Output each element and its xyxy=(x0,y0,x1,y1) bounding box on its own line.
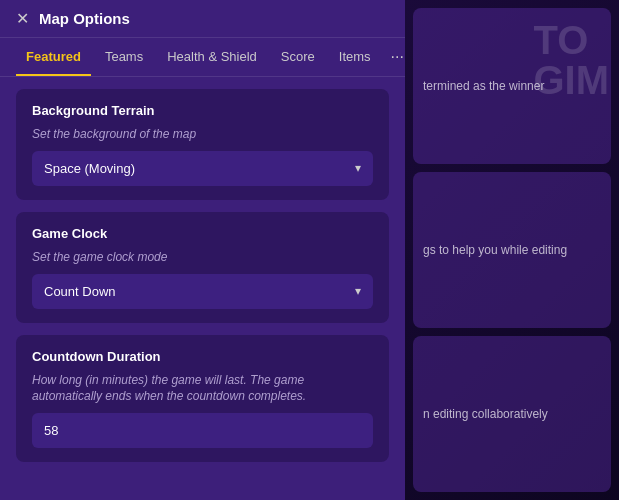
game-clock-label: Game Clock xyxy=(32,226,373,241)
bg-card-1-text: termined as the winner xyxy=(423,79,544,93)
countdown-duration-input[interactable] xyxy=(32,413,373,448)
tab-teams[interactable]: Teams xyxy=(95,39,153,76)
bg-card-3-text: n editing collaboratively xyxy=(423,407,548,421)
game-clock-select[interactable]: Count Down Count Up None xyxy=(32,274,373,309)
tab-featured[interactable]: Featured xyxy=(16,39,91,76)
background-terrain-card: Background Terrain Set the background of… xyxy=(16,89,389,200)
bg-card-2-text: gs to help you while editing xyxy=(423,243,567,257)
bg-card-2: gs to help you while editing xyxy=(413,172,611,328)
game-clock-description: Set the game clock mode xyxy=(32,249,373,266)
panel-title: Map Options xyxy=(39,10,130,27)
tabs-bar: Featured Teams Health & Shield Score Ite… xyxy=(0,38,405,77)
map-options-panel: ✕ Map Options Featured Teams Health & Sh… xyxy=(0,0,405,500)
background-terrain-select[interactable]: Space (Moving) Space (Static) None Fores… xyxy=(32,151,373,186)
overlay-text: TO GIM xyxy=(533,20,609,100)
background-terrain-select-wrapper: Space (Moving) Space (Static) None Fores… xyxy=(32,151,373,186)
close-icon[interactable]: ✕ xyxy=(16,11,29,27)
game-clock-select-wrapper: Count Down Count Up None ▾ xyxy=(32,274,373,309)
bg-card-3: n editing collaboratively xyxy=(413,336,611,492)
background-terrain-description: Set the background of the map xyxy=(32,126,373,143)
tab-more-button[interactable]: ··· xyxy=(385,38,405,76)
countdown-duration-label: Countdown Duration xyxy=(32,349,373,364)
countdown-duration-card: Countdown Duration How long (in minutes)… xyxy=(16,335,389,463)
countdown-duration-description: How long (in minutes) the game will last… xyxy=(32,372,373,406)
tab-health-shield[interactable]: Health & Shield xyxy=(157,39,267,76)
tab-items[interactable]: Items xyxy=(329,39,381,76)
background-terrain-label: Background Terrain xyxy=(32,103,373,118)
panel-content: Background Terrain Set the background of… xyxy=(0,77,405,500)
tab-score[interactable]: Score xyxy=(271,39,325,76)
game-clock-card: Game Clock Set the game clock mode Count… xyxy=(16,212,389,323)
panel-header: ✕ Map Options xyxy=(0,0,405,38)
background-panel: TO GIM termined as the winner gs to help… xyxy=(405,0,619,500)
